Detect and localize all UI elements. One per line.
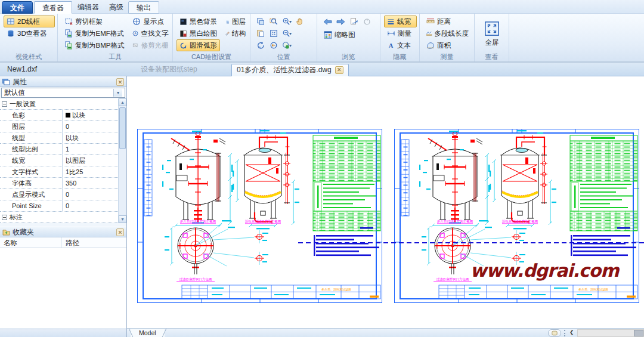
prop-value-text: 0 — [66, 202, 69, 209]
clip-frame-button[interactable]: 剪切框架 — [61, 16, 127, 27]
doc-tab-active[interactable]: 01多介质、活性炭过滤器.dwg ✕ — [231, 64, 349, 76]
prop-value[interactable]: 以图层 — [62, 155, 118, 166]
show-points-button[interactable]: 显示点 — [129, 16, 171, 27]
doc-tab-new1[interactable]: New1.dxf — [2, 64, 42, 76]
forward-button[interactable] — [334, 16, 347, 27]
drawing-canvas[interactable]: 多介质过滤器安装正视图 活性炭过滤器安装正视图 过滤器底部管口方位图 多介质、活… — [127, 76, 644, 328]
previous-view-button[interactable] — [267, 39, 280, 51]
2d-wireframe-button[interactable]: 2D线框 — [4, 16, 55, 27]
tab-viewer[interactable]: 查看器 — [34, 1, 72, 14]
copy-emf-label: 复制为EMF格式 — [75, 29, 124, 38]
prop-value[interactable]: 以块 — [62, 132, 118, 143]
prop-value[interactable]: 0 — [62, 200, 118, 211]
favorites-panel-title: 收藏夹 — [13, 227, 34, 237]
polyline-length-button[interactable]: 多段线长度 — [423, 27, 472, 39]
clip-frame-icon — [64, 17, 73, 26]
property-row-ltscale: 线型比例 1 — [0, 144, 118, 155]
properties-panel-title: 属性 — [13, 77, 27, 87]
preset-value: 默认值 — [4, 88, 25, 97]
prop-value[interactable]: 350 — [62, 178, 118, 188]
rotate-view-button[interactable]: 35 — [254, 39, 267, 51]
tab-file[interactable]: 文件 — [2, 1, 33, 14]
text-toggle-button[interactable]: A 文本 — [384, 39, 417, 51]
copy-emf-button[interactable]: 复制为EMF格式 — [61, 27, 127, 39]
prop-value[interactable]: 0 — [62, 189, 118, 200]
prop-value[interactable]: 以块 — [62, 110, 118, 120]
copy-bmp-label: 复制为BMP格式 — [75, 41, 124, 50]
structure-button[interactable]: 结构 — [222, 27, 249, 39]
scroll-down-icon[interactable]: ▼ — [119, 215, 126, 223]
divider-dots — [564, 330, 566, 336]
layers-icon — [225, 18, 230, 26]
fullscreen-button[interactable]: 全屏 — [478, 16, 506, 52]
3d-viewer-button[interactable]: 3D查看器 — [4, 27, 55, 39]
property-row-pointmode: 点显示模式 0 — [0, 189, 118, 200]
close-properties-icon[interactable]: ✕ — [116, 78, 124, 86]
measure-toggle-button[interactable]: 测量 — [384, 27, 417, 39]
close-favorites-icon[interactable]: ✕ — [116, 228, 124, 236]
status-bar: Model ❮ — [127, 328, 644, 337]
zoom-extents-icon — [270, 29, 278, 38]
prop-name: 文字样式 — [0, 168, 62, 177]
polyline-length-icon — [426, 30, 432, 37]
smooth-arc-button[interactable]: 圆滑弧形 — [177, 39, 220, 51]
bw-drawing-icon — [179, 30, 187, 38]
lineweight-toggle-button[interactable]: 线宽 — [384, 16, 417, 27]
property-group-general[interactable]: 一般设置 — [0, 98, 118, 110]
find-text-button[interactable]: A 查找文字 — [129, 27, 171, 39]
svg-text:过滤器底部管口方位图: 过滤器底部管口方位图 — [436, 277, 469, 282]
bw-drawing-button[interactable]: 黑白绘图 — [177, 27, 220, 39]
close-tab-icon[interactable]: ✕ — [335, 66, 343, 74]
pan-button[interactable] — [293, 16, 306, 27]
horizontal-scrollbar[interactable] — [577, 329, 644, 337]
scrollbar-thumb[interactable] — [634, 330, 643, 336]
black-background-button[interactable]: 黑色背景 — [177, 16, 220, 27]
prop-value[interactable]: 0 — [62, 121, 118, 132]
sync-view-button[interactable] — [360, 16, 373, 27]
back-arrow-icon — [323, 18, 332, 26]
back-button[interactable] — [321, 16, 334, 27]
property-group-dimension[interactable]: 标注 — [0, 212, 118, 223]
group-label-hide: 隐藏 — [380, 52, 419, 61]
thumbnail-button[interactable]: 缩略图 — [321, 29, 377, 41]
properties-panel-icon — [2, 79, 10, 85]
scrollbar-thumb[interactable] — [119, 107, 126, 149]
prop-value[interactable]: 1 — [62, 144, 118, 154]
layout-options-button[interactable] — [548, 329, 561, 337]
area-button[interactable]: 面积 — [423, 39, 472, 51]
layers-button[interactable]: 图层 — [222, 16, 249, 27]
collapse-icon[interactable] — [2, 101, 7, 107]
properties-scrollbar[interactable]: ▲ ▼ — [118, 98, 126, 223]
black-background-label: 黑色背景 — [190, 17, 217, 26]
copy-bmp-button[interactable]: 复制为BMP格式 — [61, 39, 127, 51]
group-measure: 距离 多段线长度 面积 测量 — [420, 14, 475, 61]
page-forward-button[interactable] — [347, 16, 360, 27]
scroll-up-icon[interactable]: ▲ — [119, 98, 126, 106]
paste-view-button[interactable] — [254, 27, 267, 39]
copy-view-button[interactable] — [254, 16, 267, 27]
page-forward-icon — [349, 17, 358, 26]
zoom-in-button[interactable]: ▾ — [280, 16, 293, 27]
tab-output[interactable]: 输出 — [128, 1, 159, 14]
column-name[interactable]: 名称 — [0, 237, 62, 248]
svg-text:A: A — [389, 42, 394, 49]
model-layout-tab[interactable]: Model — [131, 329, 165, 337]
tab-advanced[interactable]: 高级 — [101, 1, 131, 14]
group-general-label: 一般设置 — [10, 100, 36, 109]
column-path[interactable]: 路径 — [62, 237, 126, 248]
sync-view-icon — [363, 18, 371, 26]
preset-dropdown[interactable]: 默认值 ▾ — [1, 88, 125, 98]
measure-toggle-label: 测量 — [398, 29, 411, 38]
distance-button[interactable]: 距离 — [423, 16, 472, 27]
collapse-icon[interactable] — [2, 215, 7, 220]
zoom-window-button[interactable] — [267, 16, 280, 27]
fullscreen-label: 全屏 — [485, 38, 499, 47]
zoom-out-button[interactable]: ▾ — [280, 27, 293, 39]
scroll-left-icon[interactable]: ❮ — [569, 329, 574, 335]
favorites-list[interactable] — [0, 248, 126, 328]
prop-value[interactable]: 1比25 — [62, 166, 118, 177]
zoom-selected-button[interactable]: ▾ — [280, 39, 293, 51]
zoom-extents-button[interactable] — [267, 27, 280, 39]
doc-tab-step[interactable]: 设备装配图纸step — [136, 64, 202, 76]
thumbnail-label: 缩略图 — [335, 30, 355, 39]
